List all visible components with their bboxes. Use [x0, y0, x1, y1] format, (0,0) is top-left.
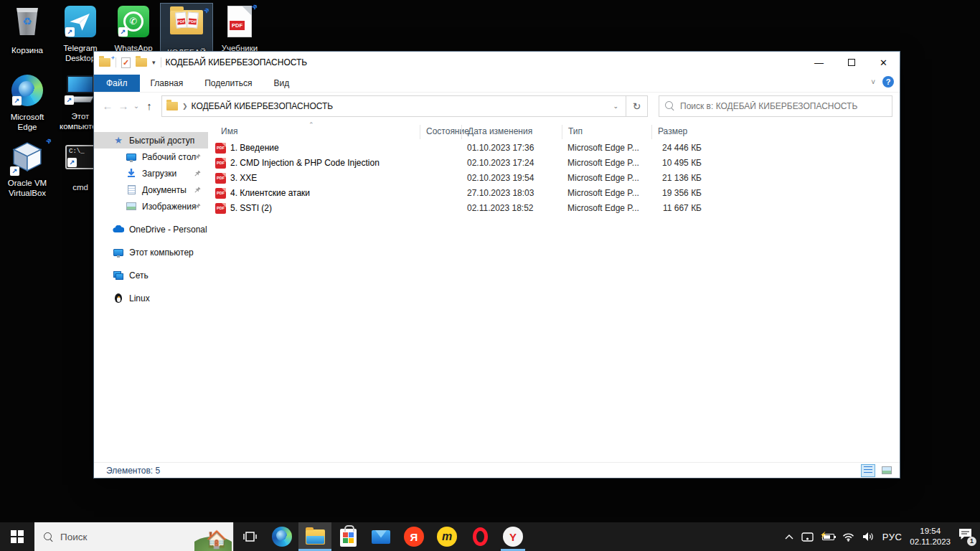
explorer-search-box[interactable] [659, 95, 892, 117]
amigo-browser-icon: m [437, 527, 457, 547]
tab-home[interactable]: Главная [140, 75, 194, 92]
taskbar-yandex-browser-button[interactable]: Y [496, 522, 529, 551]
battery-icon[interactable]: ⚡ [822, 534, 834, 540]
file-row[interactable]: PDF4. Клиентские атаки 27.10.2023 18:03 … [208, 186, 900, 201]
refresh-button[interactable]: ↻ [626, 95, 648, 117]
shortcut-arrow-icon: ↗ [67, 158, 77, 167]
compressed-arrows-icon: » [248, 1, 258, 11]
tab-file[interactable]: Файл [94, 75, 140, 92]
maximize-button[interactable] [835, 52, 867, 73]
up-icon[interactable]: ↑ [141, 100, 157, 112]
sidebar-item-label: Рабочий стол [142, 152, 196, 162]
file-state [425, 156, 461, 171]
taskbar-edge-button[interactable] [265, 522, 298, 551]
sidebar-item-quick-access[interactable]: ★ Быстрый доступ [94, 132, 208, 149]
breadcrumb-chevron-icon: ❯ [182, 103, 188, 110]
recent-locations-icon[interactable]: ⌄ [131, 102, 141, 110]
file-row[interactable]: PDF2. CMD Injection & PHP Code Injection… [208, 156, 900, 171]
column-header-modified[interactable]: Дата изменения [461, 125, 562, 139]
pdf-icon: PDF [215, 188, 226, 199]
desktop-icon-edge[interactable]: ↗ Microsoft Edge [1, 72, 53, 133]
sidebar-item-label: Загрузки [142, 169, 176, 179]
file-size: 24 446 КБ [651, 141, 702, 156]
telegram-icon: ↗ [62, 6, 98, 42]
sidebar-item-label: Документы [142, 185, 187, 195]
sidebar-item-pictures[interactable]: Изображения [94, 198, 208, 215]
network-icon [113, 271, 124, 280]
taskbar-explorer-button[interactable] [298, 522, 331, 551]
address-dropdown-icon[interactable]: ⌄ [613, 103, 618, 110]
taskbar-store-button[interactable] [331, 522, 364, 551]
taskbar-yandex-button[interactable]: Я [397, 522, 430, 551]
taskbar-opera-button[interactable] [463, 522, 496, 551]
sidebar-item-network[interactable]: Сеть [94, 267, 208, 283]
hidden-icons-chevron-icon[interactable] [785, 534, 793, 540]
tab-view[interactable]: Вид [263, 75, 300, 92]
wifi-icon[interactable] [842, 532, 854, 542]
file-row[interactable]: PDF1. Введение 01.10.2023 17:36 Microsof… [208, 141, 900, 156]
linux-penguin-icon [113, 293, 124, 303]
address-toolbar: ← → ⌄ ↑ ❯ КОДЕБАЙ КИБЕРБЕЗОПАСНОСТЬ ⌄ ↻ [94, 93, 900, 119]
sidebar-item-downloads[interactable]: Загрузки [94, 165, 208, 182]
customize-toolbar-icon[interactable]: ▾ [152, 59, 156, 66]
sidebar-item-desktop[interactable]: Рабочий стол [94, 149, 208, 165]
recycle-bin-icon: ♻ [9, 8, 45, 44]
desktop-icon-whatsapp[interactable]: ✆↗ WhatsApp [108, 4, 159, 53]
items-count: Элементов: 5 [106, 466, 160, 476]
search-icon [44, 532, 53, 542]
address-bar[interactable]: ❯ КОДЕБАЙ КИБЕРБЕЗОПАСНОСТЬ ⌄ [161, 95, 626, 117]
file-type: Microsoft Edge P... [567, 186, 651, 201]
desktop-icon-kodebay[interactable]: PDF PDF » КОДЕБАЙ [161, 4, 212, 57]
details-view-button[interactable] [861, 464, 875, 477]
sidebar-item-label: Сеть [129, 270, 149, 281]
column-header-name[interactable]: Имя [215, 125, 420, 139]
cmd-icon: C:\_ ↗ » [62, 145, 98, 181]
taskbar-clock[interactable]: 19:54 02.11.2023 [910, 526, 951, 547]
properties-icon[interactable] [121, 57, 131, 68]
start-button[interactable] [0, 522, 34, 551]
quick-access-star-icon: ★ [113, 135, 124, 146]
address-folder-icon [166, 102, 178, 110]
volume-icon[interactable] [862, 532, 875, 542]
file-row[interactable]: PDF5. SSTI (2) 02.11.2023 18:52 Microsof… [208, 201, 900, 216]
help-icon[interactable]: ? [882, 76, 894, 88]
desktop-icon-recycle-bin[interactable]: ♻ Корзина [1, 4, 53, 55]
task-view-button[interactable] [234, 522, 265, 551]
action-center-button[interactable]: 1 [958, 528, 974, 545]
column-header-type[interactable]: Тип [562, 125, 651, 139]
expand-ribbon-icon[interactable]: ˅ [871, 78, 875, 86]
desktop-icon-uchebniki[interactable]: PDF» Учебники [214, 4, 265, 53]
file-type: Microsoft Edge P... [567, 141, 651, 156]
system-tray: ⚡ РУС 19:54 02.11.2023 1 [785, 522, 980, 551]
tab-share[interactable]: Поделиться [194, 75, 263, 92]
sidebar-item-linux[interactable]: Linux [94, 290, 208, 306]
breadcrumb[interactable]: КОДЕБАЙ КИБЕРБЕЗОПАСНОСТЬ [192, 101, 334, 111]
file-row[interactable]: PDF3. XXE 02.10.2023 19:54 Microsoft Edg… [208, 171, 900, 186]
taskbar-mail-button[interactable] [364, 522, 397, 551]
minimize-button[interactable]: — [803, 52, 835, 73]
taskbar-search-box[interactable]: Поиск 🏠 [34, 522, 234, 551]
sidebar-item-this-pc[interactable]: Этот компьютер [94, 244, 208, 260]
language-indicator[interactable]: РУС [882, 532, 903, 542]
sidebar-item-onedrive[interactable]: OneDrive - Personal [94, 221, 208, 237]
desktop-icon-virtualbox[interactable]: ↗ » Oracle VM VirtualBox [1, 141, 53, 199]
file-modified: 02.10.2023 17:24 [467, 156, 562, 171]
close-button[interactable]: ✕ [867, 52, 900, 73]
column-headers: ⌃ Имя Состояние Дата изменения Тип Разме… [208, 122, 900, 141]
column-header-size[interactable]: Размер [651, 125, 707, 139]
column-header-status[interactable]: Состояние [420, 125, 461, 139]
pdf-icon: PDF [215, 143, 226, 154]
title-bar[interactable]: » ▾ КОДЕБАЙ КИБЕРБЕЗОПАСНОСТЬ — ✕ [94, 52, 900, 73]
pdf-file-icon: PDF» [222, 6, 258, 42]
sidebar-item-documents[interactable]: Документы [94, 182, 208, 198]
file-size: 10 495 КБ [651, 156, 702, 171]
new-folder-icon[interactable] [136, 58, 147, 67]
back-icon[interactable]: ← [100, 100, 116, 112]
explorer-search-input[interactable] [680, 101, 886, 111]
search-highlight-image[interactable]: 🏠 [194, 522, 232, 551]
taskbar-amigo-button[interactable]: m [430, 522, 463, 551]
thumbnails-view-button[interactable] [880, 464, 894, 477]
forward-icon[interactable]: → [116, 100, 131, 112]
connect-display-icon[interactable] [801, 532, 814, 542]
pdf-icon: PDF [215, 203, 226, 214]
